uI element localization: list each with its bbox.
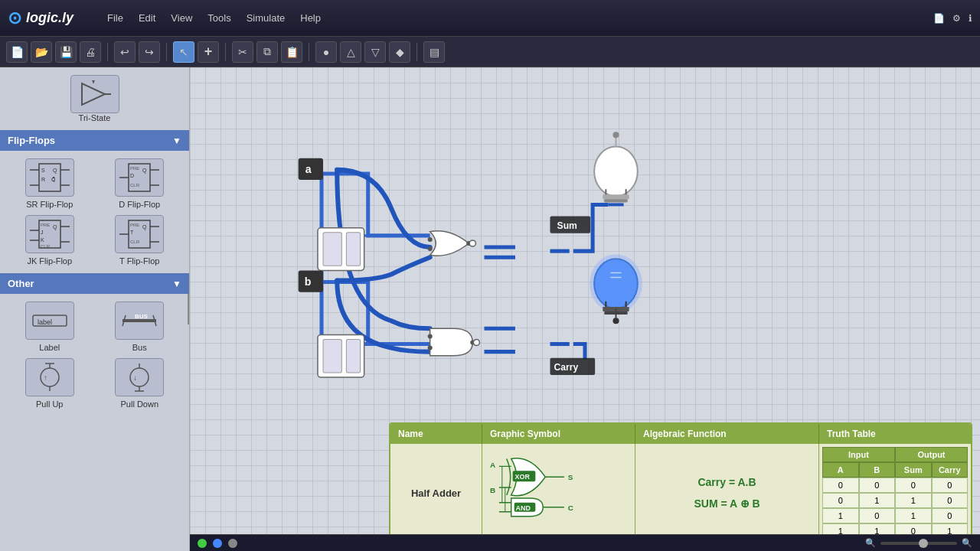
main: Tri-State Flip-Flops ▼ S R Q Q̄ — [0, 67, 980, 551]
r0c3: 0 — [932, 478, 969, 493]
svg-text:BUS: BUS — [135, 313, 149, 320]
menu-view[interactable]: View — [171, 12, 192, 24]
zoom-track[interactable] — [880, 542, 957, 545]
info-table-body: Half Adder A B S — [390, 444, 971, 542]
input2-button[interactable]: △ — [340, 41, 361, 63]
save-button[interactable]: 💾 — [55, 41, 77, 63]
col-carry: Carry — [932, 462, 969, 478]
logo-icon: ⊙ — [8, 8, 21, 28]
t-flipflop-item[interactable]: PRE T CLR Q T Flip-Flop — [98, 215, 182, 266]
sidebar: Tri-State Flip-Flops ▼ S R Q Q̄ — [0, 67, 190, 551]
input-group-header: Input — [822, 447, 895, 462]
logo-text: logic.ly — [26, 10, 74, 26]
table-button[interactable]: ▤ — [423, 41, 445, 63]
input3-button[interactable]: ▽ — [364, 41, 386, 63]
info-table: Name Graphic Symbol Algebraic Function T… — [389, 422, 972, 543]
info-name-col: Half Adder — [390, 444, 482, 542]
canvas-area[interactable]: a b — [190, 67, 980, 551]
open-button[interactable]: 📂 — [31, 41, 52, 63]
separator-2 — [166, 43, 167, 61]
header-name: Name — [390, 424, 482, 444]
right-icons: 📄 ⚙ ℹ — [933, 13, 980, 24]
separator-3 — [225, 43, 226, 61]
truth-row-1: 0 1 1 0 — [822, 493, 968, 508]
zoom-minus-icon[interactable]: 🔍 — [865, 538, 876, 548]
svg-point-76 — [428, 334, 433, 338]
svg-rect-88 — [604, 199, 627, 202]
zoom-thumb[interactable] — [919, 539, 928, 548]
jk-flipflop-icon: PRE J K CLR Q — [25, 215, 74, 253]
paste-button[interactable]: 📋 — [281, 41, 302, 63]
pullup-item[interactable]: ↑ Pull Up — [8, 358, 92, 409]
header-symbol: Graphic Symbol — [482, 424, 635, 444]
d-flipflop-item[interactable]: PRE D CLR Q D Flip-Flop — [98, 158, 182, 209]
new-button[interactable]: 📄 — [6, 41, 28, 63]
jk-flipflop-item[interactable]: PRE J K CLR Q JK Flip-Flop — [8, 215, 92, 266]
menu-bar: File Edit View Tools Simulate Help — [100, 12, 328, 24]
svg-text:Sum: Sum — [557, 220, 577, 231]
svg-text:Q: Q — [53, 168, 57, 174]
menu-edit[interactable]: Edit — [139, 12, 155, 24]
doc-icon[interactable]: 📄 — [933, 13, 945, 24]
menu-simulate[interactable]: Simulate — [247, 12, 286, 24]
pullup-label: Pull Up — [36, 399, 63, 409]
print-button[interactable]: 🖨 — [80, 41, 101, 63]
pulldown-label: Pull Down — [120, 399, 158, 409]
svg-text:CLR: CLR — [130, 183, 140, 187]
svg-text:C: C — [568, 504, 573, 512]
svg-rect-65 — [323, 233, 341, 266]
menu-file[interactable]: File — [107, 12, 123, 24]
sum-formula: SUM = A ⊕ B — [694, 497, 760, 510]
bus-item[interactable]: BUS Bus — [98, 302, 182, 352]
zoom-bar: 🔍 🔍 — [865, 538, 972, 548]
menu-tools[interactable]: Tools — [207, 12, 230, 24]
r2c1: 0 — [859, 508, 896, 523]
sr-flipflop-item[interactable]: S R Q Q̄ SR Flip-Flop — [8, 158, 92, 209]
undo-button[interactable]: ↩ — [114, 41, 136, 63]
pulldown-item[interactable]: ↓ Pull Down — [98, 358, 182, 409]
input1-button[interactable]: ● — [315, 41, 337, 63]
flipflops-header[interactable]: Flip-Flops ▼ — [0, 130, 189, 151]
info-table-header: Name Graphic Symbol Algebraic Function T… — [390, 424, 971, 444]
svg-point-92 — [594, 259, 638, 308]
label-item[interactable]: label Label — [8, 302, 92, 352]
tristate-icon[interactable] — [70, 75, 119, 113]
output-group-header: Output — [895, 447, 968, 462]
add-button[interactable]: + — [198, 41, 219, 63]
r2c3: 0 — [932, 508, 969, 523]
cut-button[interactable]: ✂ — [232, 41, 253, 63]
svg-text:R: R — [41, 177, 45, 182]
bus-icon: BUS — [115, 302, 164, 340]
svg-text:PRE: PRE — [41, 223, 50, 227]
r0c1: 0 — [859, 478, 896, 493]
r2c2: 1 — [895, 508, 932, 523]
tristate-section: Tri-State — [0, 67, 189, 130]
svg-text:J: J — [41, 230, 44, 235]
copy-button[interactable]: ⧉ — [256, 41, 278, 63]
r1c0: 0 — [822, 493, 859, 508]
other-header[interactable]: Other ▼ — [0, 273, 189, 294]
select-button[interactable]: ↖ — [173, 41, 194, 63]
svg-text:Q: Q — [142, 224, 147, 230]
redo-button[interactable]: ↪ — [139, 41, 160, 63]
input4-button[interactable]: ◆ — [389, 41, 410, 63]
info-icon[interactable]: ℹ — [969, 13, 972, 24]
tristate-label: Tri-State — [79, 113, 111, 122]
zoom-plus-icon[interactable]: 🔍 — [962, 538, 972, 548]
other-grid: label Label BUS Bus — [0, 294, 189, 416]
settings-icon[interactable]: ⚙ — [952, 13, 961, 24]
carry-formula: Carry = A.B — [697, 476, 756, 488]
svg-text:CLR: CLR — [41, 244, 51, 249]
r1c3: 0 — [932, 493, 969, 508]
col-b: B — [859, 462, 896, 478]
status-dot-gray — [228, 539, 237, 548]
svg-marker-0 — [82, 83, 105, 105]
svg-text:b: b — [305, 276, 312, 288]
svg-text:PRE: PRE — [130, 166, 139, 171]
label-comp-label: Label — [39, 343, 60, 352]
statusbar: 🔍 🔍 — [190, 534, 980, 551]
logo: ⊙ logic.ly — [0, 8, 100, 28]
r0c0: 0 — [822, 478, 859, 493]
status-dot-green — [198, 539, 207, 548]
menu-help[interactable]: Help — [300, 12, 321, 24]
